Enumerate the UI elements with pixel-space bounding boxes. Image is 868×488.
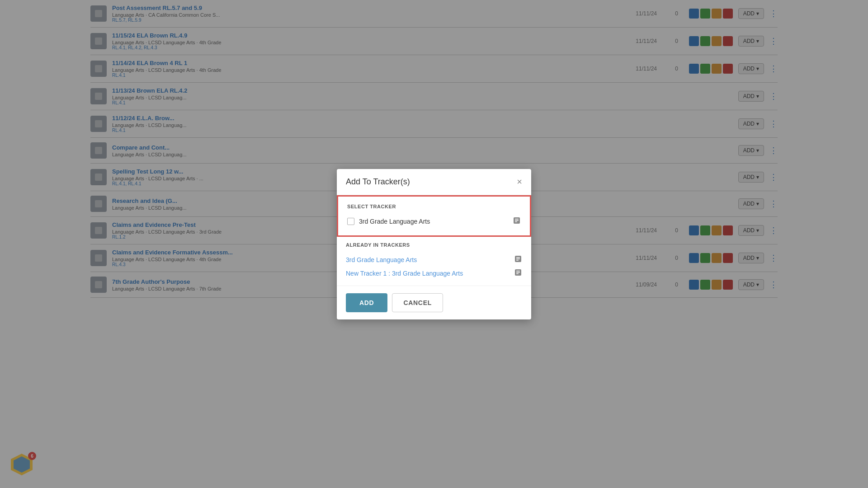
tracker-option-item: 3rd Grade Language Arts <box>347 215 521 228</box>
modal-header: Add To Tracker(s) × <box>337 169 531 195</box>
modal-overlay: Add To Tracker(s) × SELECT TRACKER 3rd G… <box>0 0 868 488</box>
modal-body: SELECT TRACKER 3rd Grade Language Arts <box>337 195 531 286</box>
already-tracker-item: 3rd Grade Language Arts <box>346 253 522 267</box>
already-tracker-info-icon[interactable] <box>514 255 522 265</box>
svg-rect-14 <box>515 221 517 222</box>
tracker-checkbox[interactable] <box>347 218 354 225</box>
modal-footer: ADD CANCEL <box>337 286 531 319</box>
already-in-trackers-section: ALREADY IN TRACKERS 3rd Grade Language A… <box>337 237 531 286</box>
already-in-trackers-label: ALREADY IN TRACKERS <box>346 242 522 248</box>
select-tracker-section: SELECT TRACKER 3rd Grade Language Arts <box>337 195 531 237</box>
already-tracker-info-icon[interactable] <box>514 268 522 278</box>
already-tracker-item: New Tracker 1 : 3rd Grade Language Arts <box>346 267 522 280</box>
svg-rect-17 <box>516 258 520 259</box>
add-to-tracker-modal: Add To Tracker(s) × SELECT TRACKER 3rd G… <box>337 169 531 319</box>
cancel-button[interactable]: CANCEL <box>392 293 443 312</box>
svg-rect-12 <box>515 219 519 220</box>
svg-rect-16 <box>516 257 520 258</box>
already-tracker-link[interactable]: New Tracker 1 : 3rd Grade Language Arts <box>346 270 463 277</box>
tracker-option-name: 3rd Grade Language Arts <box>359 218 430 225</box>
svg-rect-20 <box>516 271 520 272</box>
svg-rect-22 <box>516 273 519 274</box>
svg-rect-18 <box>516 260 519 261</box>
tracker-info-icon[interactable] <box>513 216 521 226</box>
select-tracker-label: SELECT TRACKER <box>347 204 521 209</box>
add-button[interactable]: ADD <box>346 293 387 312</box>
modal-title: Add To Tracker(s) <box>346 177 410 187</box>
svg-rect-21 <box>516 272 520 273</box>
already-tracker-link[interactable]: 3rd Grade Language Arts <box>346 256 417 263</box>
modal-close-button[interactable]: × <box>517 177 522 186</box>
svg-rect-13 <box>515 220 519 221</box>
